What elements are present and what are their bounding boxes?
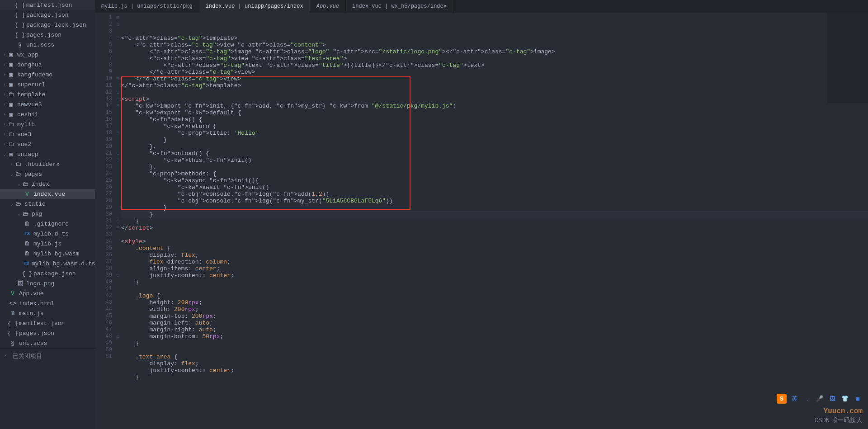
file-manifest-json-2[interactable]: { }manifest.json [0,318,95,328]
folder-donghua[interactable]: ›▣donghua [0,60,95,70]
code-line[interactable]: "c-fn">onLoad() { [121,150,868,157]
file-manifest-json[interactable]: { }manifest.json [0,0,95,10]
folder-template[interactable]: ›🗀template [0,90,95,99]
file-mylib-d-ts[interactable]: TSmylib.d.ts [0,229,95,239]
code-editor[interactable]: 1234567891011121314151617181920212223242… [95,13,868,429]
ime-punct-toggle[interactable]: ， [802,394,812,404]
file-mylib-js[interactable]: 🗎mylib.js [0,239,95,249]
code-content[interactable]: <"c-attr">class="c-tag">template> <"c-at… [121,13,868,429]
ime-grid-icon[interactable]: ▦ [853,394,863,404]
code-line[interactable]: <"c-attr">class="c-tag">view "c-attr">cl… [121,55,868,62]
code-line[interactable]: margin-bottom: 50rpx; [121,333,868,340]
file-app-vue[interactable]: VApp.vue [0,288,95,298]
folder-vue2[interactable]: ›🗀vue2 [0,139,95,149]
code-line[interactable]: "c-kw">export "c-kw">default { [121,109,868,116]
file-pkg-package-json[interactable]: { }package.json [0,269,95,278]
code-line[interactable]: "c-prop">title: 'Hello' [121,130,868,137]
ime-mic-icon[interactable]: 🎤 [815,394,825,404]
code-line[interactable]: "c-fn">data() { [121,116,868,123]
file-index-vue-active[interactable]: Vindex.vue [0,189,95,199]
code-line[interactable]: } [121,137,868,143]
sogou-ime-icon[interactable]: S [777,394,787,404]
folder-static[interactable]: ⌄🗁static [0,199,95,209]
code-line[interactable]: "c-kw">this."c-fn">inii() [121,157,868,164]
ime-image-icon[interactable]: 🖼 [827,394,837,404]
code-line[interactable] [121,231,868,238]
code-line[interactable]: .content { [121,245,868,252]
code-line[interactable]: }, [121,143,868,150]
code-line[interactable]: <style> [121,238,868,245]
code-line[interactable]: "c-prop">methods: { [121,170,868,177]
code-line[interactable] [121,347,868,354]
folder-superurl[interactable]: ›▣superurl [0,80,95,90]
code-line[interactable]: </script> [121,225,868,231]
code-line[interactable]: } [121,211,868,218]
code-line[interactable]: </"c-attr">class="c-tag">template> [121,82,868,89]
closed-projects-section[interactable]: › 已关闭项目 [0,348,95,364]
file-main-js[interactable]: 🗎main.js [0,308,95,318]
tab-index-vue-active[interactable]: index.vue | uniapp/pages/index [199,0,310,13]
code-line[interactable]: "c-kw">import "c-fn">init, {"c-fn">add, … [121,103,868,109]
code-line[interactable]: <"c-attr">class="c-tag">image "c-attr">c… [121,48,868,55]
code-line[interactable]: width: 200rpx; [121,306,868,313]
ime-skin-icon[interactable]: 👕 [840,394,850,404]
folder-ceshi1[interactable]: ›▣ceshi1 [0,109,95,119]
folder-index[interactable]: ⌄🗁index [0,179,95,189]
tab-index-vue-wxh5[interactable]: index.vue | wx_h5/pages/index [346,0,453,13]
folder-newvue3[interactable]: ›▣newvue3 [0,99,95,109]
file-pages-json-2[interactable]: { }pages.json [0,328,95,338]
folder-pkg[interactable]: ⌄🗁pkg [0,209,95,219]
code-line[interactable]: <"c-attr">class="c-tag">text "c-attr">cl… [121,62,868,69]
folder-uniapp[interactable]: ⌄▣uniapp [0,149,95,159]
folder-vue3[interactable]: ›🗀vue3 [0,129,95,139]
folder-hbuilderx[interactable]: ›🗀.hbuilderx [0,159,95,169]
file-mylib-bg-wasm[interactable]: 🗎mylib_bg.wasm [0,249,95,259]
file-package-json[interactable]: { }package.json [0,10,95,20]
code-line[interactable]: .text-area { [121,354,868,360]
code-line[interactable]: display: flex; [121,252,868,259]
code-line[interactable]: flex-direction: column; [121,259,868,265]
folder-wx-app[interactable]: ›▣wx_app [0,50,95,60]
code-line[interactable]: "c-kw">return { [121,123,868,130]
file-gitignore[interactable]: 🗎.gitignore [0,219,95,229]
minimap[interactable] [827,13,868,103]
code-line[interactable]: } [121,340,868,347]
code-line[interactable]: .logo { [121,292,868,299]
code-line[interactable]: height: 200rpx; [121,299,868,306]
code-line[interactable]: </"c-attr">class="c-tag">view> [121,69,868,75]
code-line[interactable]: margin-left: auto; [121,320,868,326]
code-line[interactable]: } [121,218,868,225]
file-uni-scss[interactable]: §uni.scss [0,40,95,50]
code-line[interactable]: <script> [121,96,868,103]
tab-mylib-js[interactable]: mylib.js | uniapp/static/pkg [95,0,199,13]
file-logo-png[interactable]: 🖼logo.png [0,278,95,288]
ime-toolbar[interactable]: S 英 ， 🎤 🖼 👕 ▦ [777,394,863,404]
file-mylib-bg-wasm-d-ts[interactable]: TSmylib_bg.wasm.d.ts [0,259,95,269]
folder-mylib[interactable]: ›🗀mylib [0,119,95,129]
code-line[interactable]: align-items: center; [121,265,868,272]
file-index-html[interactable]: <>index.html [0,298,95,308]
code-line[interactable]: } [121,374,868,381]
code-line[interactable]: "c-obj">console."c-fn">log("c-fn">my_str… [121,198,868,204]
code-line[interactable]: <"c-attr">class="c-tag">view "c-attr">cl… [121,42,868,48]
code-line[interactable] [121,89,868,96]
code-line[interactable]: }, [121,164,868,170]
code-line[interactable]: "c-kw">async "c-fn">inii(){ [121,177,868,184]
code-line[interactable]: </"c-attr">class="c-tag">view> [121,75,868,82]
code-line[interactable] [121,286,868,292]
code-line[interactable]: margin-top: 200rpx; [121,313,868,320]
code-line[interactable]: "c-obj">console."c-fn">log("c-fn">add(1,… [121,191,868,198]
tab-app-vue[interactable]: App.vue [310,0,346,13]
code-line[interactable]: } [121,204,868,211]
code-line[interactable]: display: flex; [121,360,868,367]
file-explorer-sidebar[interactable]: { }manifest.json { }package.json { }pack… [0,0,95,429]
file-pages-json[interactable]: { }pages.json [0,30,95,40]
code-line[interactable]: "c-kw">await "c-fn">init() [121,184,868,191]
file-package-lock-json[interactable]: { }package-lock.json [0,20,95,30]
folder-pages[interactable]: ⌄🗁pages [0,169,95,179]
file-uni-scss-2[interactable]: §uni.scss [0,338,95,348]
folder-kangfudemo[interactable]: ›▣kangfudemo [0,70,95,80]
ime-lang-toggle[interactable]: 英 [789,394,799,404]
code-line[interactable]: justify-content: center; [121,367,868,374]
code-line[interactable]: justify-content: center; [121,272,868,279]
